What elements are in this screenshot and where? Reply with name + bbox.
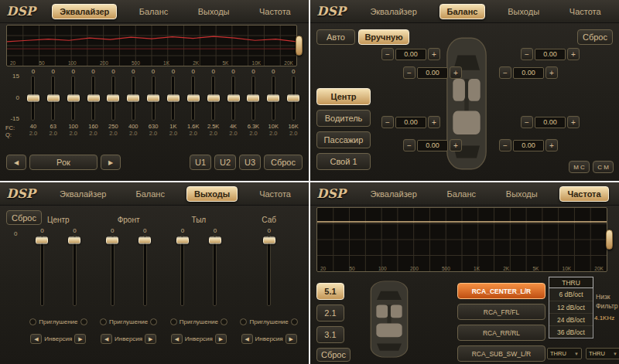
invert-right-button[interactable]: ▶	[74, 334, 86, 344]
tab-frequency[interactable]: Частота	[559, 186, 608, 202]
memory-u1-button[interactable]: U1	[190, 155, 211, 170]
band-slider[interactable]	[31, 76, 35, 121]
increase-button[interactable]: +	[450, 139, 462, 151]
output-slider-handle[interactable]	[176, 237, 189, 244]
graph-scroll-handle[interactable]	[296, 36, 303, 56]
output-level-slider[interactable]	[143, 235, 147, 306]
increase-button[interactable]: +	[567, 116, 580, 128]
decrease-button[interactable]: −	[381, 116, 394, 128]
band-slider-handle[interactable]	[207, 95, 220, 102]
position-center-button[interactable]: Центр	[316, 88, 371, 105]
mute-indicator[interactable]	[29, 318, 36, 325]
tab-balance[interactable]: Баланс	[132, 4, 176, 19]
invert-left-button[interactable]: ◀	[30, 334, 42, 344]
band-slider-handle[interactable]	[27, 95, 39, 102]
invert-right-button[interactable]: ▶	[145, 334, 156, 344]
tab-equalizer[interactable]: Эквалайзер	[362, 186, 424, 202]
increase-button[interactable]: +	[428, 116, 440, 128]
mute-indicator[interactable]	[150, 318, 157, 325]
band-slider-handle[interactable]	[47, 95, 60, 102]
invert-right-button[interactable]: ▶	[286, 334, 297, 344]
graph-scroll-handle[interactable]	[606, 230, 613, 250]
band-slider-handle[interactable]	[107, 95, 119, 102]
dropdown-option[interactable]: 6 dB/oct	[549, 288, 593, 301]
slope-select[interactable]: THRU▼	[586, 348, 619, 359]
tab-frequency[interactable]: Частота	[251, 186, 299, 202]
preset-next-button[interactable]: ▶	[101, 155, 121, 170]
decrease-button[interactable]: −	[381, 48, 394, 60]
preset-button[interactable]: Рок	[29, 155, 97, 170]
increase-button[interactable]: +	[428, 48, 440, 60]
band-slider-handle[interactable]	[247, 95, 259, 102]
decrease-button[interactable]: −	[521, 116, 533, 128]
tab-outputs[interactable]: Выходы	[498, 186, 545, 202]
band-slider[interactable]	[132, 76, 135, 121]
eq-reset-button[interactable]: Сброс	[264, 155, 303, 170]
band-slider[interactable]	[171, 76, 175, 121]
tab-frequency[interactable]: Частота	[251, 4, 299, 19]
decrease-button[interactable]: −	[403, 139, 416, 151]
decrease-button[interactable]: −	[521, 48, 533, 60]
position-passenger-button[interactable]: Пассажир	[316, 131, 371, 148]
decrease-button[interactable]: −	[499, 66, 511, 79]
dropdown-option[interactable]: 36 dB/oct	[549, 325, 593, 338]
tab-equalizer[interactable]: Эквалайзер	[52, 4, 117, 19]
output-slider-handle[interactable]	[68, 237, 80, 244]
mute-indicator[interactable]	[170, 318, 177, 325]
band-slider[interactable]	[152, 76, 156, 121]
invert-left-button[interactable]: ◀	[241, 334, 253, 344]
config-5-1-button[interactable]: 5.1	[316, 283, 344, 300]
cm-button[interactable]: C M	[593, 161, 614, 173]
rca-rear-button[interactable]: RCA_RR/RL	[457, 325, 545, 341]
mute-indicator[interactable]	[100, 318, 107, 325]
band-slider[interactable]	[292, 76, 296, 121]
band-slider-handle[interactable]	[147, 95, 159, 102]
output-slider-handle[interactable]	[209, 237, 221, 244]
output-slider-handle[interactable]	[36, 237, 48, 244]
rca-front-button[interactable]: RCA_FR/FL	[457, 304, 545, 320]
band-slider[interactable]	[231, 76, 235, 121]
band-slider[interactable]	[91, 76, 95, 121]
output-slider-handle[interactable]	[106, 237, 118, 244]
mute-indicator[interactable]	[240, 318, 247, 325]
increase-button[interactable]: +	[545, 66, 558, 79]
rca-center-button[interactable]: RCA_CENTER_L/R	[457, 283, 545, 299]
output-level-slider[interactable]	[73, 235, 77, 306]
config-3-1-button[interactable]: 3.1	[316, 326, 344, 343]
band-slider-handle[interactable]	[127, 95, 139, 102]
tab-balance[interactable]: Баланс	[128, 186, 172, 202]
mute-indicator[interactable]	[291, 318, 298, 325]
output-slider-handle[interactable]	[139, 237, 151, 244]
config-2-1-button[interactable]: 2.1	[316, 304, 344, 321]
output-level-slider[interactable]	[267, 235, 271, 306]
output-level-slider[interactable]	[111, 235, 115, 306]
tab-equalizer[interactable]: Эквалайзер	[52, 186, 114, 202]
tab-outputs[interactable]: Выходы	[186, 186, 238, 202]
position-driver-button[interactable]: Водитель	[316, 110, 371, 127]
output-slider-handle[interactable]	[263, 237, 275, 244]
tab-balance[interactable]: Баланс	[439, 186, 484, 202]
band-slider[interactable]	[111, 76, 115, 121]
band-slider-handle[interactable]	[87, 95, 100, 102]
preset-prev-button[interactable]: ◀	[6, 155, 26, 170]
decrease-button[interactable]: −	[403, 66, 416, 79]
mute-indicator[interactable]	[221, 318, 227, 325]
increase-button[interactable]: +	[545, 139, 558, 151]
invert-left-button[interactable]: ◀	[171, 334, 183, 344]
memory-u3-button[interactable]: U3	[239, 155, 261, 170]
band-slider-handle[interactable]	[187, 95, 200, 102]
decrease-button[interactable]: −	[499, 139, 511, 151]
slope-select[interactable]: THRU▼	[547, 348, 582, 359]
band-slider[interactable]	[191, 76, 195, 121]
band-slider-handle[interactable]	[267, 95, 279, 102]
increase-button[interactable]: +	[567, 48, 580, 60]
dropdown-option[interactable]: 24 dB/oct	[549, 313, 593, 325]
output-level-slider[interactable]	[180, 235, 184, 306]
increase-button[interactable]: +	[450, 66, 462, 79]
band-slider[interactable]	[251, 76, 255, 121]
band-slider[interactable]	[51, 76, 55, 121]
dropdown-option[interactable]: 12 dB/oct	[549, 301, 593, 313]
output-level-slider[interactable]	[213, 235, 217, 306]
band-slider[interactable]	[272, 76, 275, 121]
freq-reset-button[interactable]: Сброс	[316, 348, 351, 362]
